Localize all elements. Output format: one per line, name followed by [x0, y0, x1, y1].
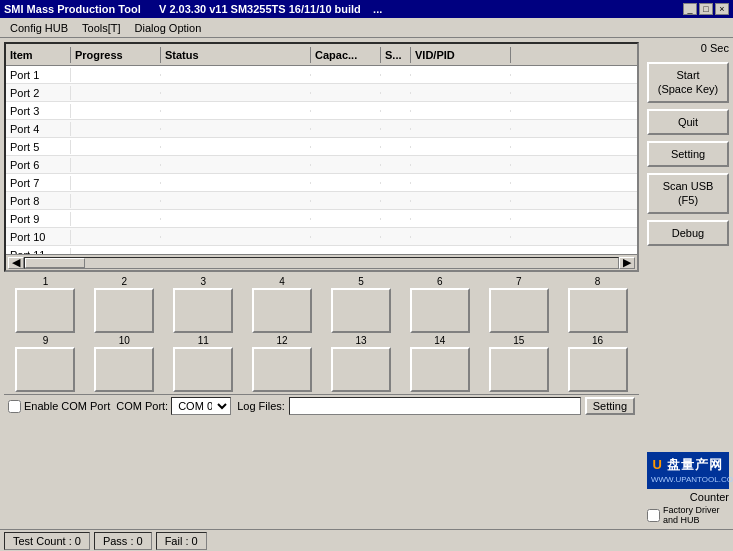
port-cell-12: 12 [245, 335, 320, 392]
port-box-12[interactable] [252, 347, 312, 392]
table-body: Port 1 Port 2 Port 3 Port 4 Port 5 Port … [6, 66, 637, 254]
table-row: Port 4 [6, 120, 637, 138]
left-content: Item Progress Status Capac... S... VID/P… [0, 38, 643, 529]
table-row: Port 2 [6, 84, 637, 102]
log-files-label: Log Files: [237, 400, 285, 412]
menu-tools[interactable]: Tools[T] [76, 21, 127, 35]
port-cell-5: 5 [324, 276, 399, 333]
debug-button[interactable]: Debug [647, 220, 729, 246]
scroll-right-btn[interactable]: ▶ [619, 257, 635, 269]
col-header-vidpid: VID/PID [411, 47, 511, 63]
menu-bar: Config HUB Tools[T] Dialog Option [0, 18, 733, 38]
log-files-input[interactable] [289, 397, 581, 415]
port-box-8[interactable] [568, 288, 628, 333]
scrollbar-horizontal[interactable]: ◀ ▶ [6, 254, 637, 270]
enable-com-port-checkbox[interactable] [8, 400, 21, 413]
port-box-1[interactable] [15, 288, 75, 333]
col-header-capacity: Capac... [311, 47, 381, 63]
scrollbar-track[interactable] [24, 257, 619, 269]
com-port-select-area: COM Port: COM 01 [116, 397, 231, 415]
port-box-7[interactable] [489, 288, 549, 333]
scan-usb-label-line1: Scan USB [663, 180, 714, 192]
right-panel: 0 Sec Start (Space Key) Quit Setting Sca… [643, 38, 733, 529]
port-cell-4: 4 [245, 276, 320, 333]
scan-usb-label-line2: (F5) [678, 194, 698, 206]
logo-brand: U 盘量产网 WWW.UPANTOOL.COM [647, 452, 729, 490]
port-box-2[interactable] [94, 288, 154, 333]
window-controls: _ □ × [683, 3, 729, 15]
counter-area: Counter [647, 489, 729, 505]
setting-button[interactable]: Setting [647, 141, 729, 167]
counter-label: Counter [690, 491, 729, 503]
table-row: Port 5 [6, 138, 637, 156]
port-box-9[interactable] [15, 347, 75, 392]
col-header-progress: Progress [71, 47, 161, 63]
com-port-enable-area: Enable COM Port [8, 400, 110, 413]
scrollbar-thumb[interactable] [25, 258, 85, 268]
scan-usb-button[interactable]: Scan USB (F5) [647, 173, 729, 214]
factory-driver-checkbox[interactable] [647, 509, 660, 522]
table-row: Port 3 [6, 102, 637, 120]
table-header: Item Progress Status Capac... S... VID/P… [6, 44, 637, 66]
table-row: Port 10 [6, 228, 637, 246]
middle-section: Item Progress Status Capac... S... VID/P… [0, 38, 733, 529]
table-row: Port 9 [6, 210, 637, 228]
start-label-line1: Start [676, 69, 699, 81]
dots-text: ... [373, 3, 382, 15]
menu-dialog-option[interactable]: Dialog Option [129, 21, 208, 35]
fail-display: Fail : 0 [156, 532, 207, 550]
port-cell-16: 16 [560, 335, 635, 392]
port-box-16[interactable] [568, 347, 628, 392]
title-bar: SMI Mass Production Tool V 2.03.30 v11 S… [0, 0, 733, 18]
port-box-6[interactable] [410, 288, 470, 333]
title-text: SMI Mass Production Tool V 2.03.30 v11 S… [4, 3, 382, 15]
table-row: Port 11 [6, 246, 637, 254]
logo-icon: U 盘量产网 [651, 455, 725, 475]
menu-config-hub[interactable]: Config HUB [4, 21, 74, 35]
enable-com-port-label: Enable COM Port [24, 400, 110, 412]
com-port-dropdown[interactable]: COM 01 [171, 397, 231, 415]
table-row: Port 8 [6, 192, 637, 210]
content-wrapper: Item Progress Status Capac... S... VID/P… [0, 38, 733, 551]
minimize-button[interactable]: _ [683, 3, 697, 15]
port-box-4[interactable] [252, 288, 312, 333]
port-box-15[interactable] [489, 347, 549, 392]
logo-area: U 盘量产网 WWW.UPANTOOL.COM Counter Factory … [647, 452, 729, 526]
port-box-14[interactable] [410, 347, 470, 392]
port-cell-8: 8 [560, 276, 635, 333]
port-cell-10: 10 [87, 335, 162, 392]
test-count-display: Test Count : 0 [4, 532, 90, 550]
maximize-button[interactable]: □ [699, 3, 713, 15]
status-bar: Test Count : 0 Pass : 0 Fail : 0 [0, 529, 733, 551]
log-files-area: Log Files: Setting [237, 397, 635, 415]
timer-value: 0 Sec [701, 42, 729, 54]
table-row: Port 1 [6, 66, 637, 84]
port-box-13[interactable] [331, 347, 391, 392]
port-cell-6: 6 [402, 276, 477, 333]
col-header-status: Status [161, 47, 311, 63]
col-header-s: S... [381, 47, 411, 63]
port-cell-13: 13 [324, 335, 399, 392]
port-box-10[interactable] [94, 347, 154, 392]
pass-display: Pass : 0 [94, 532, 152, 550]
timer-display: 0 Sec [647, 42, 729, 54]
port-cell-3: 3 [166, 276, 241, 333]
main-table-container: Item Progress Status Capac... S... VID/P… [4, 42, 639, 272]
start-button[interactable]: Start (Space Key) [647, 62, 729, 103]
quit-button[interactable]: Quit [647, 109, 729, 135]
bottom-controls: Enable COM Port COM Port: COM 01 Log Fil… [4, 394, 639, 417]
port-cell-15: 15 [481, 335, 556, 392]
port-cell-14: 14 [402, 335, 477, 392]
port-box-3[interactable] [173, 288, 233, 333]
version-text: V 2.03.30 v11 SM3255TS 16/11/10 build [159, 3, 361, 15]
log-setting-button[interactable]: Setting [585, 397, 635, 415]
scroll-left-btn[interactable]: ◀ [8, 257, 24, 269]
port-box-5[interactable] [331, 288, 391, 333]
port-cell-9: 9 [8, 335, 83, 392]
port-row-2: 9 10 11 12 1 [8, 335, 635, 392]
logo-url: WWW.UPANTOOL.COM [651, 474, 725, 486]
port-row-1: 1 2 3 4 5 [8, 276, 635, 333]
port-grid-area: 1 2 3 4 5 [4, 272, 639, 394]
port-box-11[interactable] [173, 347, 233, 392]
close-button[interactable]: × [715, 3, 729, 15]
